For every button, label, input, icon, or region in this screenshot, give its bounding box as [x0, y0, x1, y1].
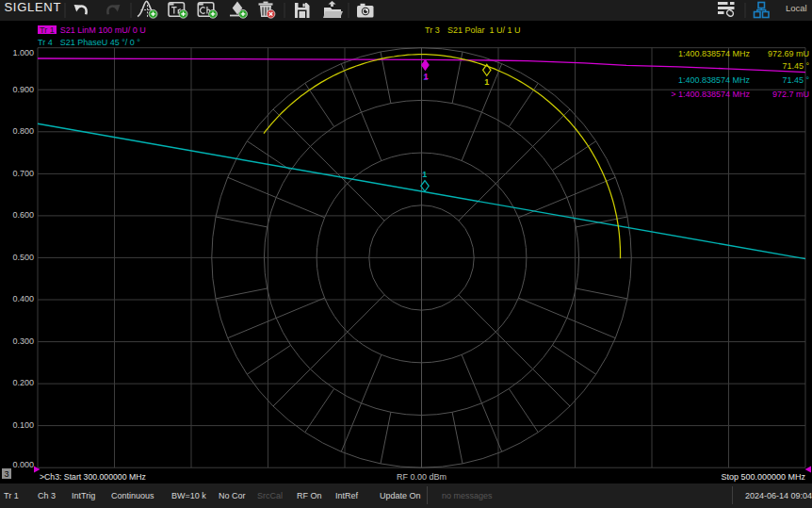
svg-text:1: 1: [422, 170, 427, 179]
svg-text:1: 1: [424, 72, 429, 81]
svg-text:1: 1: [484, 77, 489, 87]
